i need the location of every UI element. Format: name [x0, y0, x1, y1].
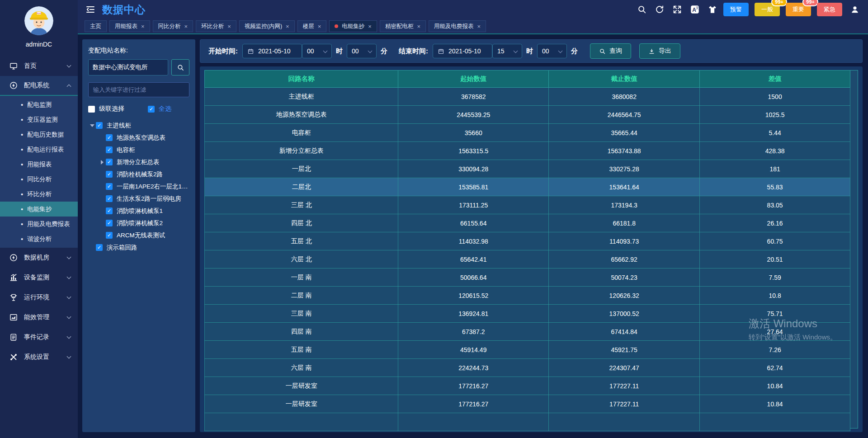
tree-node-checkbox[interactable]: ✓ — [96, 122, 103, 129]
theme-shirt-icon[interactable] — [708, 5, 717, 14]
tree-node[interactable]: ✓新增分立柜总表 — [88, 156, 189, 168]
alarm-button[interactable]: 预警 — [723, 3, 749, 16]
submenu-item[interactable]: •电能集抄 — [0, 202, 78, 217]
table-row[interactable]: 新增分立柜总表1563315.51563743.88428.38 — [205, 142, 850, 160]
translate-icon[interactable]: A 文 — [690, 5, 700, 14]
tree-collapse-icon[interactable] — [101, 160, 104, 165]
table-row[interactable]: 六层 南224244.73224307.4762.74 — [205, 359, 850, 377]
table-row[interactable]: 三层 南136924.81137000.5275.71 — [205, 305, 850, 323]
tree-node-checkbox[interactable]: ✓ — [106, 134, 113, 141]
station-name-input[interactable] — [88, 59, 168, 75]
sidebar-item[interactable]: 设备监测 — [0, 268, 78, 287]
query-button[interactable]: 查询 — [590, 43, 631, 59]
submenu-item[interactable]: •同比分析 — [0, 172, 78, 187]
tree-node[interactable]: ✓消防喷淋机械泵2 — [88, 217, 189, 229]
end-date-picker[interactable]: 2021-05-10 — [433, 44, 492, 58]
start-hour-select[interactable]: 00 — [302, 44, 332, 58]
sidebar-item[interactable]: 首页 — [0, 56, 78, 76]
table-header-cell[interactable]: 截止数值 — [549, 71, 700, 88]
table-row[interactable]: 五层 南45914.4945921.757.26 — [205, 341, 850, 359]
submenu-item[interactable]: •谐波分析 — [0, 231, 78, 246]
tab-item[interactable]: 环比分析× — [196, 20, 236, 32]
tree-node-checkbox[interactable]: ✓ — [106, 146, 113, 153]
tab-item[interactable]: 用能报表× — [109, 20, 150, 32]
submenu-item[interactable]: •变压器监测 — [0, 112, 78, 127]
submenu-item[interactable]: •用能及电费报表 — [0, 217, 78, 231]
tab-close-icon[interactable]: × — [141, 24, 145, 29]
search-icon[interactable] — [637, 5, 647, 14]
sidebar-item[interactable]: 配电系统 — [0, 76, 78, 96]
sidebar-item[interactable]: 事件记录 — [0, 327, 78, 347]
tab-item[interactable]: 视频监控(内网)× — [239, 20, 295, 32]
tab-close-icon[interactable]: × — [477, 24, 481, 29]
table-row[interactable]: 一层研发室177216.27177227.1110.84 — [205, 377, 850, 395]
tree-node[interactable]: ✓一层南1APE2右一层北1APE1左 — [88, 180, 189, 193]
alarm-button[interactable]: 重要99+ — [786, 3, 811, 16]
select-all-checkbox[interactable]: ✓ — [148, 106, 155, 113]
table-row[interactable]: 二层 南120615.52120626.3210.8 — [205, 287, 850, 305]
sidebar-item[interactable]: 运行环境 — [0, 287, 78, 307]
tab-item[interactable]: 精密配电柜× — [380, 20, 426, 32]
table-row[interactable]: 主进线柜367858236800821500 — [205, 88, 850, 106]
sidebar-item[interactable]: 系统设置 — [0, 347, 78, 367]
table-row[interactable]: 三层 北173111.25173194.383.05 — [205, 196, 850, 214]
tree-node-checkbox[interactable]: ✓ — [106, 183, 113, 190]
sidebar-item[interactable]: 数据机房 — [0, 248, 78, 268]
tree-node[interactable]: ✓地源热泵空调总表 — [88, 132, 189, 144]
table-row[interactable]: 五层 北114032.98114093.7360.75 — [205, 232, 850, 250]
table-row[interactable]: 一层 南50066.6450074.237.59 — [205, 268, 850, 287]
refresh-icon[interactable] — [655, 5, 665, 14]
tab-close-icon[interactable]: × — [318, 24, 321, 29]
tab-close-icon[interactable]: × — [417, 24, 420, 29]
user-icon[interactable] — [850, 5, 860, 14]
tab-close-icon[interactable]: × — [368, 24, 372, 29]
export-button[interactable]: 导出 — [639, 43, 680, 59]
table-row[interactable]: 电容柜3566035665.445.44 — [205, 124, 850, 142]
tree-node[interactable]: ✓生活水泵2路一层弱电房 — [88, 193, 189, 205]
tab-item[interactable]: 楼层× — [297, 20, 327, 32]
tree-node-checkbox[interactable]: ✓ — [106, 232, 113, 239]
submenu-item[interactable]: •配电监测 — [0, 97, 78, 112]
tree-node[interactable]: ✓演示箱回路 — [88, 241, 189, 254]
table-header-cell[interactable]: 回路名称 — [205, 71, 398, 88]
cascade-checkbox[interactable] — [88, 106, 95, 113]
table-row[interactable]: 一层北330094.28330275.28181 — [205, 160, 850, 178]
tree-node[interactable]: ✓电容柜 — [88, 144, 189, 156]
table-row[interactable]: 地源热泵空调总表2445539.252446564.751025.5 — [205, 106, 850, 124]
table-scrollbar[interactable] — [850, 70, 858, 429]
station-search-button[interactable] — [171, 59, 189, 75]
sidebar-item[interactable]: 能效管理 — [0, 307, 78, 327]
table-row[interactable]: 六层 北65642.4165662.9220.51 — [205, 250, 850, 268]
end-minute-select[interactable]: 00 — [537, 44, 567, 58]
table-header-cell[interactable]: 起始数值 — [398, 71, 549, 88]
tab-item[interactable]: 同比分析× — [153, 20, 193, 32]
tab-item[interactable]: 电能集抄× — [329, 20, 377, 32]
submenu-item[interactable]: •环比分析 — [0, 187, 78, 202]
fullscreen-icon[interactable] — [672, 5, 682, 14]
tree-filter-input[interactable] — [88, 82, 189, 97]
tree-node[interactable]: ✓消防喷淋机械泵1 — [88, 205, 189, 217]
alarm-button[interactable]: 一般99+ — [755, 3, 780, 16]
tree-node[interactable]: ✓消防栓机械泵2路 — [88, 168, 189, 180]
table-header-cell[interactable]: 差值 — [700, 71, 850, 88]
start-date-picker[interactable]: 2021-05-10 — [242, 44, 302, 58]
tree-node-checkbox[interactable]: ✓ — [106, 171, 113, 178]
tree-node-checkbox[interactable]: ✓ — [106, 195, 113, 202]
tree-node-checkbox[interactable]: ✓ — [96, 244, 103, 251]
tree-node-checkbox[interactable]: ✓ — [106, 159, 113, 165]
select-all-label[interactable]: 全选 — [159, 105, 171, 113]
menu-collapse-icon[interactable] — [85, 4, 96, 15]
table-row[interactable]: 二层北153585.81153641.6455.83 — [205, 178, 850, 196]
alarm-button[interactable]: 紧急 — [817, 3, 842, 16]
tab-close-icon[interactable]: × — [227, 24, 231, 29]
submenu-item[interactable]: •配电运行报表 — [0, 142, 78, 157]
start-minute-select[interactable]: 00 — [347, 44, 377, 58]
tree-node[interactable]: ✓ARCM无线表测试 — [88, 229, 189, 241]
table-row[interactable]: 一层研发室177216.27177227.1110.84 — [205, 395, 850, 413]
tree-node[interactable]: ✓主进线柜 — [88, 119, 189, 132]
tree-expand-icon[interactable] — [90, 124, 94, 127]
tree-node-checkbox[interactable]: ✓ — [106, 207, 113, 214]
table-row[interactable] — [205, 413, 850, 431]
tab-item[interactable]: 用能及电费报表× — [429, 20, 486, 32]
table-row[interactable]: 四层 北66155.6466181.826.16 — [205, 214, 850, 232]
